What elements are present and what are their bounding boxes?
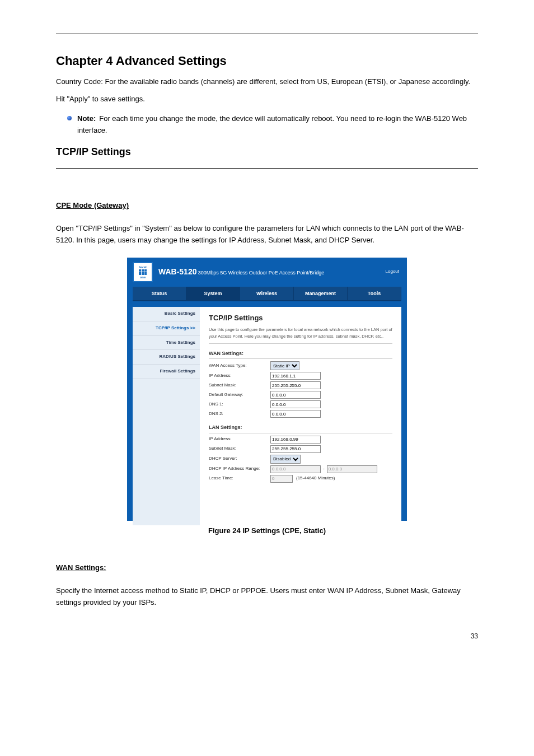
- figure-caption: Figure 24 IP Settings (CPE, Static): [127, 525, 407, 537]
- sidebar-item-basic[interactable]: Basic Settings: [133, 307, 200, 321]
- sidebar-item-firewall[interactable]: Firewall Settings: [133, 365, 200, 379]
- router-screenshot: level one WAB-5120 300Mbps 5G Wireless O…: [127, 258, 407, 521]
- input-range-from: [270, 465, 321, 473]
- lease-unit: (15-44640 Minutes): [296, 475, 335, 482]
- label-wan-ip: IP Address:: [209, 372, 270, 380]
- sidebar-item-tcpip[interactable]: TCP/IP Settings >>: [133, 321, 200, 336]
- section-rule: [56, 168, 478, 169]
- row-wan-type: WAN Access Type: Static IP: [209, 361, 392, 370]
- label-wan-gw: Default Gateway:: [209, 391, 270, 399]
- logo: level one: [133, 262, 153, 282]
- model-name: WAB-5120: [158, 267, 196, 276]
- label-lan-mask: Subnet Mask:: [209, 445, 270, 452]
- input-dns2[interactable]: [270, 410, 321, 418]
- header-rule: [56, 34, 478, 34]
- input-wan-ip[interactable]: [270, 372, 321, 380]
- input-lease: [270, 475, 293, 483]
- row-lease: Lease Time: (15-44640 Minutes): [209, 475, 392, 483]
- panel-desc: Use this page to configure the parameter…: [209, 326, 392, 344]
- router-header: level one WAB-5120 300Mbps 5G Wireless O…: [127, 258, 407, 284]
- text: Hit: [56, 95, 67, 103]
- row-lan-ip: IP Address:: [209, 436, 392, 444]
- label-lease: Lease Time:: [209, 475, 270, 482]
- input-wan-gw[interactable]: [270, 391, 321, 399]
- product-title: WAB-5120 300Mbps 5G Wireless Outdoor PoE…: [158, 265, 386, 278]
- figure-router-ui: level one WAB-5120 300Mbps 5G Wireless O…: [127, 258, 407, 537]
- sidebar-item-radius[interactable]: RADIUS Settings: [133, 350, 200, 365]
- tab-management[interactable]: Management: [294, 287, 348, 300]
- input-lan-ip[interactable]: [270, 436, 321, 444]
- panel-title: TCP/IP Settings: [209, 312, 392, 324]
- label-dhcp: DHCP Server:: [209, 455, 270, 463]
- logo-text-bottom: one: [140, 276, 146, 279]
- main-tabs: Status System Wireless Management Tools: [133, 287, 401, 301]
- subheading-cpe-mode: CPE Mode (Gateway): [56, 200, 129, 212]
- range-dash: -: [323, 465, 325, 473]
- label-dns2: DNS 2:: [209, 410, 270, 418]
- wan-section-title: WAN Settings:: [209, 349, 392, 359]
- bullet-icon: [67, 116, 72, 120]
- paragraph-wan-desc: Specify the Internet access method to St…: [56, 585, 478, 609]
- row-dhcp-range: DHCP IP Address Range: -: [209, 465, 392, 473]
- row-dns2: DNS 2:: [209, 410, 392, 418]
- row-dns1: DNS 1:: [209, 400, 392, 408]
- lan-section-title: LAN Settings:: [209, 423, 392, 433]
- label-lan-ip: IP Address:: [209, 436, 270, 443]
- page-number: 33: [56, 631, 478, 642]
- row-wan-ip: IP Address:: [209, 372, 392, 380]
- label-wan-type: WAN Access Type:: [209, 362, 270, 370]
- select-wan-type[interactable]: Static IP: [270, 361, 299, 370]
- input-wan-mask[interactable]: [270, 381, 321, 389]
- row-wan-gw: Default Gateway:: [209, 391, 392, 399]
- label-dns1: DNS 1:: [209, 401, 270, 408]
- side-menu: Basic Settings TCP/IP Settings >> Time S…: [133, 307, 200, 525]
- row-lan-mask: Subnet Mask:: [209, 445, 392, 453]
- logo-text-top: level: [139, 265, 146, 269]
- paragraph-apply: Hit "Apply" to save settings.: [56, 94, 478, 105]
- row-dhcp: DHCP Server: Disabled: [209, 455, 392, 464]
- paragraph-country-code: Country Code: For the available radio ba…: [56, 76, 478, 88]
- note-body: For each time you change the mode, the d…: [77, 114, 467, 134]
- input-range-to: [327, 465, 377, 473]
- row-wan-mask: Subnet Mask:: [209, 381, 392, 389]
- tab-tools[interactable]: Tools: [348, 287, 401, 300]
- input-dns1[interactable]: [270, 400, 321, 408]
- section-heading-tcpip: TCP/IP Settings: [56, 144, 478, 160]
- note-text: Note:For each time you change the mode, …: [77, 113, 478, 137]
- logout-link[interactable]: Logout: [386, 268, 399, 276]
- text: to save settings.: [90, 95, 145, 103]
- input-lan-mask[interactable]: [270, 445, 321, 453]
- main-panel: TCP/IP Settings Use this page to configu…: [200, 307, 401, 525]
- label-dhcp-range: DHCP IP Address Range:: [209, 465, 270, 473]
- tab-wireless[interactable]: Wireless: [240, 287, 294, 300]
- sidebar-item-time[interactable]: Time Settings: [133, 336, 200, 351]
- model-desc: 300Mbps 5G Wireless Outdoor PoE Access P…: [198, 270, 325, 276]
- note-block: Note:For each time you change the mode, …: [67, 113, 478, 137]
- tab-system[interactable]: System: [186, 287, 240, 300]
- tab-status[interactable]: Status: [133, 287, 186, 300]
- router-body: Basic Settings TCP/IP Settings >> Time S…: [133, 307, 401, 525]
- apply-quote: "Apply": [67, 95, 91, 103]
- subheading-wan-settings: WAN Settings:: [56, 562, 106, 574]
- paragraph-cpe-desc: Open "TCP/IP Settings" in "System" as be…: [56, 223, 478, 246]
- select-dhcp[interactable]: Disabled: [270, 455, 301, 464]
- chapter-title: Chapter 4 Advanced Settings: [56, 51, 478, 71]
- note-label: Note:: [77, 114, 96, 123]
- label-wan-mask: Subnet Mask:: [209, 382, 270, 389]
